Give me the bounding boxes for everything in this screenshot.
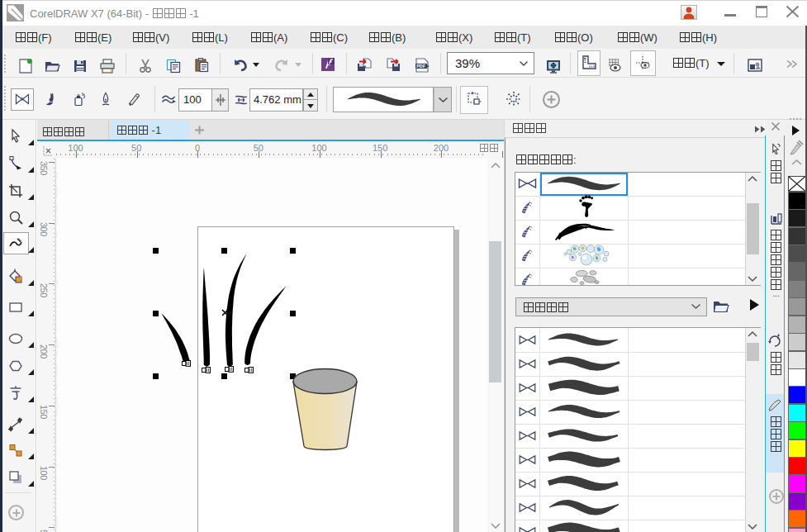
svg-text:PDF: PDF: [416, 64, 426, 69]
